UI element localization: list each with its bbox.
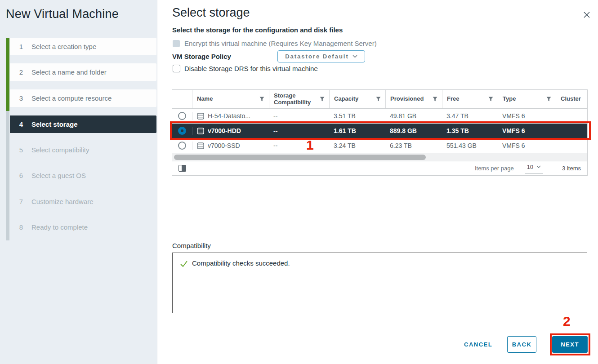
- filter-icon[interactable]: [320, 97, 325, 102]
- horizontal-scrollbar-thumb[interactable]: [174, 155, 426, 160]
- filter-icon[interactable]: [488, 97, 493, 102]
- radio-selected-icon[interactable]: [178, 127, 186, 135]
- sidebar-step-6-guest-os: 6 Select a guest OS: [10, 167, 156, 184]
- disable-drs-label: Disable Storage DRS for this virtual mac…: [184, 65, 318, 72]
- cell-storage-compat: --: [269, 142, 329, 149]
- column-header-capacity[interactable]: Capacity: [329, 90, 385, 108]
- step-label: Ready to complete: [31, 223, 88, 231]
- next-button[interactable]: NEXT: [552, 336, 588, 353]
- compatibility-result-box: Compatibility checks succeeded.: [172, 253, 587, 313]
- compatibility-message: Compatibility checks succeeded.: [192, 259, 290, 267]
- page-title: Select storage: [172, 6, 250, 20]
- step-number: 5: [18, 146, 24, 154]
- vm-storage-policy-dropdown[interactable]: Datastore Default: [277, 50, 365, 62]
- column-chooser-icon[interactable]: [179, 165, 186, 172]
- step-number: 2: [18, 68, 24, 76]
- step-label: Select storage: [31, 120, 78, 128]
- filter-icon[interactable]: [546, 97, 551, 102]
- back-button[interactable]: BACK: [507, 336, 536, 353]
- total-items-count: 3 items: [562, 165, 581, 172]
- datastore-name-cell: v7000-SSD: [192, 142, 269, 150]
- sidebar-step-7-customize-hardware: 7 Customize hardware: [10, 193, 156, 210]
- datastore-icon: [197, 142, 204, 149]
- column-header-cluster[interactable]: Cluster: [556, 90, 587, 108]
- cell-storage-compat: --: [269, 112, 329, 120]
- filter-icon[interactable]: [433, 97, 437, 102]
- step-label: Select a creation type: [31, 43, 96, 50]
- filter-icon[interactable]: [376, 97, 381, 102]
- cell-capacity: 1.61 TB: [329, 127, 385, 134]
- table-header-row: Name Storage Compatibility Capacity Prov…: [172, 90, 587, 109]
- disable-drs-checkbox[interactable]: [173, 65, 180, 72]
- step-label: Select compatibility: [31, 146, 89, 154]
- row-radio-cell[interactable]: [172, 127, 192, 135]
- cell-type: VMFS 6: [498, 112, 556, 120]
- datastore-icon: [197, 113, 204, 120]
- row-radio-cell[interactable]: [172, 142, 192, 150]
- items-per-page-select[interactable]: 10: [525, 164, 543, 173]
- table-row-v7000-ssd[interactable]: v7000-SSD -- 3.24 TB 6.23 TB 551.43 GB V…: [172, 138, 587, 153]
- column-header-storage-compatibility[interactable]: Storage Compatibility: [269, 90, 329, 108]
- datastore-name: H-54-Datasto...: [208, 112, 250, 120]
- table-footer: Items per page 10 3 items: [172, 161, 587, 175]
- datastore-name-cell: v7000-HDD: [192, 127, 269, 135]
- step-label: Select a guest OS: [31, 172, 86, 179]
- cell-provisioned: 889.8 GB: [385, 127, 442, 134]
- datastore-table: Name Storage Compatibility Capacity Prov…: [172, 89, 588, 176]
- datastore-name: v7000-HDD: [208, 127, 241, 134]
- page-subtitle: Select the storage for the configuration…: [172, 26, 343, 34]
- vm-storage-policy-value: Datastore Default: [285, 53, 349, 60]
- cell-type: VMFS 6: [498, 142, 556, 149]
- sidebar-step-1-creation-type[interactable]: 1 Select a creation type: [10, 38, 156, 55]
- filter-icon[interactable]: [259, 97, 264, 102]
- cell-free: 3.47 TB: [442, 112, 498, 120]
- step-number: 6: [18, 172, 24, 179]
- step-number: 3: [18, 94, 24, 102]
- step-label: Select a name and folder: [31, 68, 107, 76]
- cancel-button[interactable]: CANCEL: [464, 336, 492, 353]
- chevron-down-icon: [536, 165, 541, 168]
- chevron-down-icon: [353, 55, 357, 58]
- step-number: 1: [18, 43, 24, 50]
- datastore-name: v7000-SSD: [208, 142, 240, 149]
- wizard-title: New Virtual Machine: [6, 7, 119, 21]
- radio-unselected-icon[interactable]: [178, 142, 186, 150]
- radio-unselected-icon[interactable]: [178, 112, 186, 120]
- disable-drs-row[interactable]: Disable Storage DRS for this virtual mac…: [173, 65, 318, 72]
- row-radio-cell[interactable]: [172, 112, 192, 120]
- cell-capacity: 3.24 TB: [329, 142, 385, 149]
- items-per-page-label: Items per page: [475, 165, 514, 172]
- annotation-marker-2: 2: [563, 314, 571, 329]
- cell-provisioned: 49.81 GB: [385, 112, 442, 120]
- success-check-icon: [180, 260, 188, 268]
- close-icon[interactable]: [582, 10, 592, 20]
- sidebar-step-8-ready-complete: 8 Ready to complete: [10, 218, 156, 236]
- sidebar-step-5-compatibility: 5 Select compatibility: [10, 141, 156, 159]
- compatibility-section-label: Compatibility: [172, 242, 211, 249]
- column-header-type[interactable]: Type: [498, 90, 556, 108]
- column-header-provisioned[interactable]: Provisioned: [385, 90, 442, 108]
- datastore-name-cell: H-54-Datasto...: [192, 112, 269, 120]
- cell-free: 551.43 GB: [442, 142, 498, 149]
- cell-provisioned: 6.23 TB: [385, 142, 442, 149]
- sidebar-step-2-name-folder[interactable]: 2 Select a name and folder: [10, 63, 156, 81]
- step-number: 7: [18, 198, 24, 205]
- table-row-v7000-hdd-selected[interactable]: v7000-HDD -- 1.61 TB 889.8 GB 1.35 TB VM…: [172, 124, 587, 138]
- step-label: Select a compute resource: [31, 94, 112, 102]
- encrypt-checkbox-disabled: [173, 40, 180, 47]
- sidebar-step-3-compute-resource[interactable]: 3 Select a compute resource: [10, 89, 156, 107]
- encrypt-label: Encrypt this virtual machine (Requires K…: [184, 40, 377, 47]
- cell-free: 1.35 TB: [442, 127, 498, 134]
- sidebar-step-4-select-storage[interactable]: 4 Select storage: [10, 115, 156, 133]
- new-vm-wizard-dialog: New Virtual Machine 1 Select a creation …: [0, 0, 598, 364]
- progress-bar-remaining: [6, 111, 9, 240]
- column-header-free[interactable]: Free: [442, 90, 498, 108]
- table-row-h54-datastore[interactable]: H-54-Datasto... -- 3.51 TB 49.81 GB 3.47…: [172, 109, 587, 124]
- horizontal-scrollbar-track: [172, 153, 587, 161]
- datastore-icon: [197, 128, 204, 134]
- cell-type: VMFS 6: [498, 127, 556, 134]
- progress-bar-completed: [6, 38, 9, 111]
- step-label: Customize hardware: [31, 198, 94, 205]
- column-header-name[interactable]: Name: [192, 90, 269, 108]
- cell-capacity: 3.51 TB: [329, 112, 385, 120]
